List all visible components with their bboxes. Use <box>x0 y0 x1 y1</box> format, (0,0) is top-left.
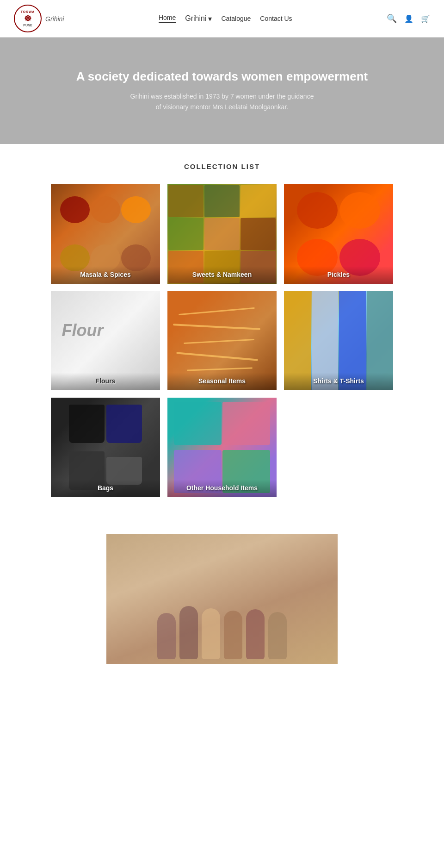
pickle-bowl-2 <box>339 192 380 229</box>
pickle-bowl-1 <box>297 192 338 229</box>
masala-bowl-1 <box>60 196 90 223</box>
bottom-group-photo <box>106 534 338 664</box>
flours-label: Flours <box>51 373 160 390</box>
shirts-label: Shirts & T-Shirts <box>284 373 393 390</box>
collection-grid-row2: Flour Flours Seasonal Items <box>51 291 393 391</box>
sweets-cell-4 <box>168 218 204 250</box>
person-6 <box>268 612 287 659</box>
household-label: Other Household Items <box>167 480 277 497</box>
nav-grihini[interactable]: Grihini ▾ <box>185 14 212 23</box>
collection-item-pickles[interactable]: Pickles <box>284 184 393 284</box>
login-link[interactable]: 👤 <box>404 14 413 23</box>
sweets-label: Sweets & Namkeen <box>167 266 277 284</box>
user-icon: 👤 <box>404 15 413 23</box>
collection-item-sweets[interactable]: Sweets & Namkeen <box>167 184 277 284</box>
person-4 <box>224 611 242 659</box>
logo-circle: TOSWA ☸ PUNE <box>14 5 42 32</box>
cart-link[interactable]: 🛒 <box>421 14 430 23</box>
person-2 <box>179 606 198 659</box>
nav-catalogue[interactable]: Catalogue <box>221 15 251 22</box>
search-button[interactable]: 🔍 <box>387 13 397 24</box>
hero-section: A society dedicated towards women empowe… <box>0 37 444 144</box>
sweets-cell-6 <box>240 218 276 250</box>
seasonal-label: Seasonal Items <box>167 373 277 390</box>
collection-item-masala[interactable]: Masala & Spices <box>51 184 160 284</box>
nav-home[interactable]: Home <box>159 14 176 23</box>
header-right: 🔍 👤 🛒 <box>387 13 430 24</box>
collection-item-seasonal[interactable]: Seasonal Items <box>167 291 277 391</box>
people-group <box>106 560 338 664</box>
collection-item-flours[interactable]: Flour Flours <box>51 291 160 391</box>
noodle-3 <box>184 339 254 344</box>
logo-emblem: ☸ <box>24 13 31 24</box>
site-header: TOSWA ☸ PUNE Grihini Home Grihini ▾ Cata… <box>0 0 444 37</box>
person-1 <box>157 613 176 659</box>
sweets-cell-1 <box>168 185 204 217</box>
person-3 <box>202 608 220 659</box>
collection-section: COLLECTION LIST Masala & Spices <box>37 144 407 516</box>
bags-label: Bags <box>51 480 160 497</box>
noodle-2 <box>173 324 260 330</box>
household-2 <box>222 402 270 445</box>
pickles-label: Pickles <box>284 266 393 284</box>
logo-subtitle-text: PUNE <box>23 24 32 27</box>
hero-description: Grihini was established in 1973 by 7 wom… <box>130 91 314 112</box>
flour-text: Flour <box>62 321 104 340</box>
noodle-5 <box>187 367 253 371</box>
bag-1 <box>69 405 105 443</box>
nav-contact-us[interactable]: Contact Us <box>260 15 292 22</box>
collection-item-household[interactable]: Other Household Items <box>167 398 277 497</box>
empty-cell <box>284 398 393 497</box>
household-1 <box>174 402 222 445</box>
collection-grid-row1: Masala & Spices Sweets & Namkeen <box>51 184 393 284</box>
noodle-4 <box>176 352 258 361</box>
logo-top-text: TOSWA <box>21 10 35 13</box>
logo-area[interactable]: TOSWA ☸ PUNE Grihini <box>14 5 64 32</box>
person-5 <box>246 609 265 659</box>
main-nav: Home Grihini ▾ Catalogue Contact Us <box>159 14 292 23</box>
bottom-photo-section <box>0 516 444 673</box>
collection-title: COLLECTION LIST <box>51 162 393 170</box>
hero-heading: A society dedicated towards women empowe… <box>76 69 368 84</box>
noodle-1 <box>179 307 255 315</box>
collection-grid-row3: Bags Other Household Items <box>51 398 393 497</box>
search-icon: 🔍 <box>387 14 397 23</box>
chevron-down-icon: ▾ <box>208 14 212 23</box>
masala-label: Masala & Spices <box>51 266 160 284</box>
cart-icon: 🛒 <box>421 15 430 23</box>
masala-bowl-3 <box>121 196 151 223</box>
sweets-cell-2 <box>204 185 240 217</box>
collection-item-shirts[interactable]: Shirts & T-Shirts <box>284 291 393 391</box>
bag-2 <box>106 405 142 443</box>
collection-item-bags[interactable]: Bags <box>51 398 160 497</box>
sweets-cell-3 <box>240 185 276 217</box>
masala-bowl-2 <box>91 196 120 223</box>
logo-name: Grihini <box>45 15 64 23</box>
sweets-cell-5 <box>204 218 240 250</box>
